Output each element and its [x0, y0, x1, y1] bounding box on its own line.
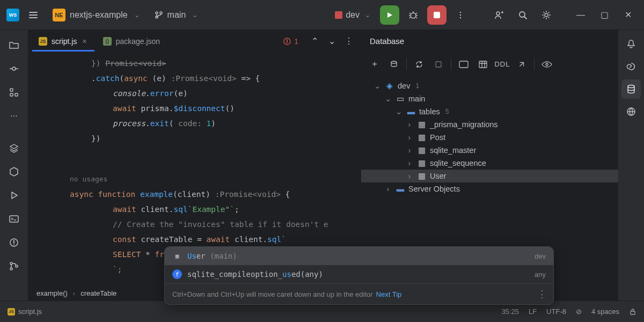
project-tool-button[interactable]: [3, 34, 25, 56]
table-icon: ▦: [417, 146, 427, 155]
svg-rect-29: [631, 311, 635, 314]
tab-package-json[interactable]: {} package.json: [97, 33, 167, 50]
collapse-all-button[interactable]: [513, 55, 531, 74]
db-table-row[interactable]: › ▦ sqlite_master: [361, 144, 618, 157]
maximize-window-button[interactable]: ▢: [595, 5, 614, 25]
js-file-icon: JS: [39, 37, 47, 46]
run-tool-button[interactable]: [3, 185, 25, 206]
svg-point-18: [10, 262, 12, 265]
structure-tool-button[interactable]: [3, 82, 25, 103]
tab-options-button[interactable]: ⋮: [341, 34, 356, 49]
chevron-down-icon: ⌄: [365, 11, 370, 19]
db-node-datasource[interactable]: ⌄ ◈ dev 1: [361, 79, 618, 92]
chevron-down-icon: ⌄: [384, 94, 392, 103]
error-count: 1: [294, 37, 298, 46]
project-selector[interactable]: NE nextjs-example ⌄: [47, 5, 145, 25]
db-table-row[interactable]: › ▦ User: [361, 170, 618, 182]
more-actions-button[interactable]: [451, 5, 470, 25]
json-file-icon: {}: [103, 37, 112, 46]
show-options-button[interactable]: [538, 55, 556, 74]
completion-item[interactable]: f sqlite_compileoption_used(any) any: [165, 265, 553, 283]
error-indicator[interactable]: 1: [277, 37, 305, 46]
notifications-button[interactable]: [621, 34, 641, 54]
db-node-schema[interactable]: ⌄ ▭ main: [361, 92, 618, 105]
database-panel-title: Database: [361, 30, 618, 53]
services-tool-button[interactable]: [3, 161, 25, 182]
chevron-down-icon: ⌄: [373, 82, 382, 90]
gear-icon: [541, 10, 552, 20]
svg-rect-25: [479, 61, 487, 68]
chevron-right-icon: ›: [384, 185, 392, 193]
completion-item[interactable]: ▦ User (main) dev: [165, 247, 553, 265]
jump-to-console-button[interactable]: [455, 55, 473, 74]
breadcrumb-item[interactable]: createTable: [80, 289, 116, 297]
tip-more-button[interactable]: ⋮: [537, 288, 546, 300]
branch-name: main: [167, 10, 186, 20]
db-table-row[interactable]: › ▦ Post: [361, 131, 618, 144]
svg-rect-3: [335, 11, 342, 19]
database-toolbar: ＋ DDL: [361, 53, 618, 76]
status-indent[interactable]: 4 spaces: [591, 308, 619, 316]
svg-rect-13: [10, 89, 13, 91]
web-tool-button[interactable]: [621, 102, 641, 121]
db-table-row[interactable]: › ▦ sqlite_sequence: [361, 157, 618, 170]
main-menu-button[interactable]: [24, 5, 43, 25]
minimize-window-button[interactable]: —: [571, 5, 590, 25]
svg-point-11: [545, 13, 548, 17]
more-tools-button[interactable]: ···: [3, 105, 25, 127]
commit-tool-button[interactable]: [3, 58, 25, 79]
close-window-button[interactable]: ✕: [618, 5, 638, 25]
chevron-down-icon: ⌄: [394, 107, 403, 116]
npm-icon: [335, 11, 342, 19]
table-icon: ▦: [417, 133, 427, 142]
terminal-tool-button[interactable]: [3, 208, 25, 230]
db-node-tables[interactable]: ⌄ ▬ tables 5: [361, 105, 618, 118]
close-icon[interactable]: ×: [81, 37, 87, 46]
status-language-icon[interactable]: ⊘: [576, 308, 582, 316]
settings-button[interactable]: [537, 5, 556, 25]
db-node-server-objects[interactable]: › ▬ Server Objects: [361, 182, 618, 195]
stop-button[interactable]: [427, 5, 447, 25]
db-table-row[interactable]: › ▦ _prisma_migrations: [361, 118, 618, 131]
ai-assistant-button[interactable]: [621, 57, 641, 76]
nav-down-button[interactable]: ⌄: [324, 34, 339, 49]
ddl-button[interactable]: DDL: [493, 55, 511, 74]
search-button[interactable]: [513, 5, 532, 25]
status-encoding[interactable]: UTF-8: [546, 308, 566, 316]
bug-icon: [408, 10, 419, 20]
vcs-tool-button[interactable]: [3, 255, 25, 277]
search-icon: [517, 10, 528, 20]
branch-selector[interactable]: main ⌄: [149, 7, 203, 23]
npm-tool-button[interactable]: [3, 137, 25, 159]
table-icon: ▦: [172, 251, 182, 261]
titlebar: WS NE nextjs-example ⌄ main ⌄ dev ⌄ — ▢ …: [0, 0, 644, 30]
table-icon: [479, 61, 487, 68]
database-tool-button[interactable]: [621, 79, 641, 99]
next-tip-link[interactable]: Next Tip: [376, 290, 402, 298]
debug-button[interactable]: [404, 5, 423, 25]
datasource-properties-button[interactable]: [385, 55, 403, 74]
status-position[interactable]: 35:25: [501, 308, 519, 316]
add-datasource-button[interactable]: ＋: [365, 55, 384, 74]
db-gear-icon: [390, 60, 398, 69]
breadcrumb-item[interactable]: example(): [36, 289, 68, 297]
run-config-selector[interactable]: dev ⌄: [330, 7, 376, 23]
refresh-button[interactable]: [410, 55, 428, 74]
nav-up-button[interactable]: ⌃: [307, 34, 322, 49]
problems-tool-button[interactable]: [3, 232, 25, 253]
svg-point-26: [546, 63, 548, 65]
chevron-down-icon: ⌄: [192, 11, 197, 19]
folder-icon: [9, 40, 19, 50]
tab-script-js[interactable]: JS script.js ×: [32, 33, 94, 52]
run-button[interactable]: [380, 5, 399, 25]
status-file[interactable]: JS script.js: [8, 308, 42, 316]
stop-refresh-button[interactable]: [429, 55, 448, 74]
collaborate-button[interactable]: [489, 5, 509, 25]
svg-rect-15: [15, 93, 18, 96]
table-icon: ▦: [417, 172, 427, 180]
table-view-button[interactable]: [474, 55, 492, 74]
branch-icon: [155, 11, 163, 19]
status-lock-icon[interactable]: [629, 308, 636, 316]
commit-icon: [9, 63, 19, 74]
status-line-separator[interactable]: LF: [529, 308, 537, 316]
